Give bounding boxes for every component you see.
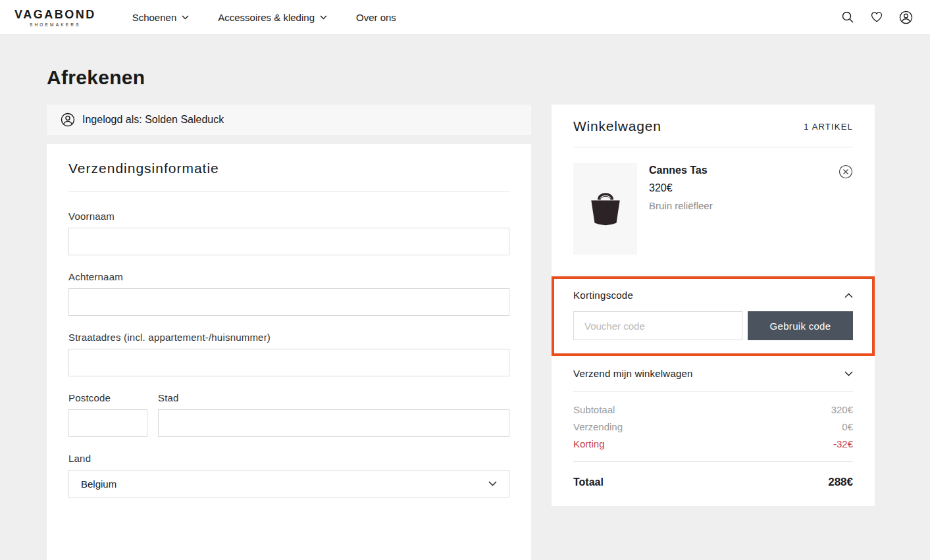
remove-item-icon[interactable] — [839, 163, 853, 179]
postcode-label: Postcode — [68, 392, 147, 403]
voucher-section-label: Kortingscode — [573, 290, 633, 301]
discount-value: -32€ — [833, 438, 853, 449]
product-name[interactable]: Cannes Tas — [649, 165, 713, 176]
street-label: Straatadres (incl. appartement-/huisnumm… — [68, 332, 509, 343]
search-icon[interactable] — [840, 10, 855, 24]
chevron-up-icon — [844, 293, 853, 298]
discount-row: Korting -32€ — [573, 438, 853, 449]
wishlist-heart-icon[interactable] — [869, 10, 884, 24]
nav-item-accessoires[interactable]: Accessoires & kleding — [218, 12, 327, 23]
voucher-section-toggle[interactable]: Kortingscode — [573, 287, 853, 311]
shipping-label: Verzending — [573, 421, 623, 432]
street-input[interactable] — [68, 349, 509, 376]
city-input[interactable] — [158, 409, 509, 437]
postcode-input[interactable] — [68, 409, 147, 437]
city-label: Stad — [158, 392, 509, 403]
product-image[interactable] — [573, 163, 637, 255]
site-header: VAGABOND SHOEMAKERS Schoenen Accessoires… — [0, 0, 930, 35]
product-price: 320€ — [649, 182, 713, 194]
cart-header: Winkelwagen 1 ARTIKEL — [573, 105, 853, 147]
user-icon — [61, 113, 75, 127]
subtotal-value: 320€ — [831, 404, 853, 415]
chevron-down-icon — [488, 481, 497, 486]
city-field: Stad — [158, 392, 509, 437]
shipping-info-header: Verzendingsinformatie — [68, 144, 509, 192]
street-field: Straatadres (incl. appartement-/huisnumm… — [68, 332, 509, 376]
first-name-label: Voornaam — [68, 211, 509, 222]
shipping-value: 0€ — [842, 421, 853, 432]
postcode-field: Postcode — [68, 392, 147, 437]
product-variant: Bruin reliëfleer — [649, 200, 713, 211]
subtotal-row: Subtotaal 320€ — [573, 404, 853, 415]
total-value: 288€ — [828, 476, 853, 489]
logo[interactable]: VAGABOND SHOEMAKERS — [14, 8, 96, 27]
main-nav: Schoenen Accessoires & kleding Over ons — [132, 12, 396, 23]
last-name-field: Achternaam — [68, 271, 509, 316]
subtotal-label: Subtotaal — [573, 404, 615, 415]
account-icon[interactable] — [898, 10, 913, 24]
logo-subtext: SHOEMAKERS — [30, 22, 81, 27]
nav-item-over-ons[interactable]: Over ons — [356, 12, 396, 23]
chevron-down-icon — [844, 371, 853, 376]
send-cart-label: Verzend mijn winkelwagen — [573, 368, 693, 379]
voucher-section: Kortingscode Gebruik code — [552, 276, 875, 356]
header-icons — [840, 10, 913, 24]
nav-item-schoenen[interactable]: Schoenen — [132, 12, 190, 23]
nav-item-label: Over ons — [356, 12, 396, 23]
cart-totals: Subtotaal 320€ Verzending 0€ Korting -32… — [573, 392, 853, 462]
chevron-down-icon — [320, 15, 327, 20]
shipping-info-card: Verzendingsinformatie Voornaam Achternaa… — [47, 144, 531, 560]
send-cart-toggle[interactable]: Verzend mijn winkelwagen — [573, 356, 853, 392]
last-name-label: Achternaam — [68, 271, 509, 282]
cart-item-row: Cannes Tas 320€ Bruin reliëfleer — [573, 147, 853, 276]
last-name-input[interactable] — [68, 288, 509, 316]
country-select[interactable]: Belgium — [68, 470, 509, 497]
cart-title: Winkelwagen — [573, 118, 661, 134]
first-name-input[interactable] — [68, 228, 509, 255]
country-label: Land — [68, 453, 509, 464]
nav-item-label: Accessoires & kleding — [218, 12, 315, 23]
logo-text: VAGABOND — [14, 8, 96, 22]
country-field: Land Belgium — [68, 453, 509, 497]
handbag-image — [585, 189, 626, 230]
total-label: Totaal — [573, 476, 604, 488]
login-status-card: Ingelogd als: Solden Saleduck — [47, 105, 531, 135]
voucher-code-input[interactable] — [573, 311, 742, 340]
cart-card: Winkelwagen 1 ARTIKEL Cannes Tas 320€ — [552, 105, 875, 506]
page-title: Afrekenen — [47, 66, 875, 89]
login-status-text: Ingelogd als: Solden Saleduck — [82, 114, 224, 126]
checkout-page: Afrekenen Ingelogd als: Solden Saleduck … — [0, 35, 930, 560]
shipping-info-title: Verzendingsinformatie — [68, 161, 509, 176]
discount-label: Korting — [573, 438, 605, 449]
total-row: Totaal 288€ — [573, 462, 853, 506]
shipping-row: Verzending 0€ — [573, 421, 853, 432]
nav-item-label: Schoenen — [132, 12, 177, 23]
chevron-down-icon — [182, 15, 189, 20]
first-name-field: Voornaam — [68, 211, 509, 255]
apply-voucher-button[interactable]: Gebruik code — [748, 311, 853, 340]
country-selected-value: Belgium — [81, 478, 116, 490]
cart-item-count: 1 ARTIKEL — [804, 122, 853, 132]
